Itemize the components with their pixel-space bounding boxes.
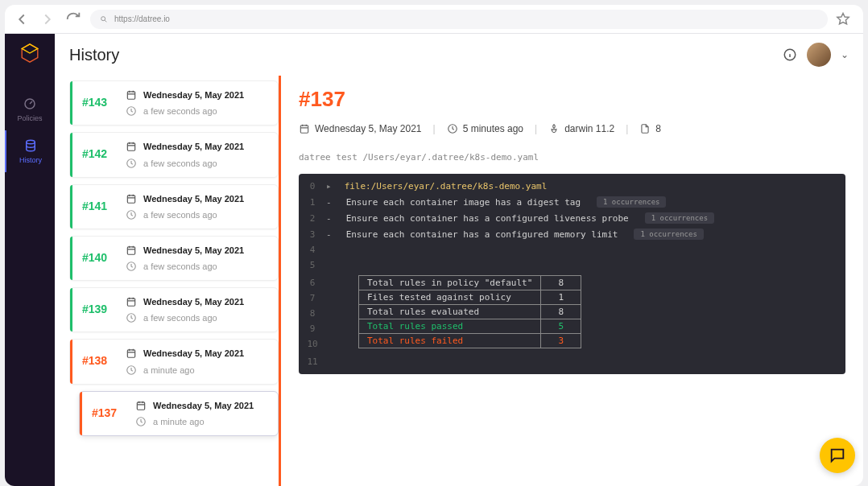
svg-rect-18 [300,126,308,133]
svg-rect-16 [137,402,144,410]
history-list: #143 Wednesday 5, May 2021 a few seconds… [55,76,279,486]
history-ago: a few seconds ago [143,106,217,116]
calendar-icon [126,89,137,101]
sidebar-item-label: Policies [17,114,42,122]
summary-value: 5 [541,319,581,334]
history-id: #138 [82,348,116,367]
history-date: Wednesday 5, May 2021 [143,141,244,152]
app-logo-icon [19,42,41,64]
history-id: #137 [92,400,126,419]
back-button[interactable] [13,10,31,28]
detail-meta: Wednesday 5, May 2021 | 5 minutes ago | … [299,123,845,134]
terminal-rule: Ensure each container has a configured m… [346,229,618,240]
history-card[interactable]: #143 Wednesday 5, May 2021 a few seconds… [69,80,279,126]
clock-icon [126,312,137,323]
calendar-icon [299,123,310,134]
terminal-rule: Ensure each container has a configured l… [346,213,629,224]
detail-date: Wednesday 5, May 2021 [315,123,422,134]
history-date: Wednesday 5, May 2021 [143,89,244,101]
forward-button [39,10,56,28]
svg-point-2 [27,140,35,144]
svg-rect-8 [127,196,134,203]
url-bar[interactable]: https://datree.io [90,10,828,29]
summary-label: Files tested against policy [359,290,541,305]
sidebar-item-history[interactable]: History [5,130,55,172]
calendar-icon [126,348,137,359]
history-id: #140 [82,245,116,264]
summary-value: 8 [541,276,581,290]
sidebar-item-policies[interactable]: Policies [5,89,55,130]
history-card[interactable]: #140 Wednesday 5, May 2021 a few seconds… [69,236,279,281]
content: #143 Wednesday 5, May 2021 a few seconds… [55,76,863,486]
history-ago: a minute ago [143,365,195,375]
summary-label: Total rules in policy "default" [359,276,541,290]
occurrence-badge: 1 occurrences [645,212,714,224]
summary-row: Total rules failed3 [359,334,581,348]
occurrence-badge: 1 occurrences [597,196,666,208]
summary-row: Total rules evaluated8 [359,305,581,319]
info-icon[interactable] [783,47,797,62]
database-icon [23,138,38,153]
history-ago: a few seconds ago [143,210,217,220]
detail-count: 8 [655,123,661,134]
history-card[interactable]: #137 Wednesday 5, May 2021 a minute ago [79,391,279,436]
summary-row: Files tested against policy1 [359,290,581,305]
calendar-icon [135,400,147,411]
history-date: Wednesday 5, May 2021 [143,296,244,307]
chevron-down-icon[interactable]: ⌄ [841,49,849,60]
terminal-output: 0▸file:/Users/eyar/.datree/k8s-demo.yaml… [299,174,845,374]
calendar-icon [126,193,137,204]
svg-rect-6 [127,143,134,150]
history-card[interactable]: #141 Wednesday 5, May 2021 a few seconds… [69,184,279,229]
search-icon [100,15,108,23]
sidebar-item-label: History [19,156,42,164]
history-ago: a few seconds ago [143,262,217,271]
topbar: History ⌄ [55,34,863,76]
bookmark-star-icon[interactable] [836,12,850,27]
history-id: #143 [82,89,116,109]
summary-value: 3 [541,334,581,348]
clock-icon [135,416,147,427]
history-card[interactable]: #138 Wednesday 5, May 2021 a minute ago [69,339,279,384]
app-shell: Policies History History ⌄ #143 [5,34,863,486]
occurrence-badge: 1 occurrences [634,229,703,240]
history-date: Wednesday 5, May 2021 [153,400,254,411]
caret-icon: ▸ [326,181,332,192]
detail-platform: darwin 11.2 [564,123,614,134]
clock-icon [126,105,137,117]
history-ago: a few seconds ago [143,159,217,168]
clock-icon [126,364,137,376]
avatar[interactable] [807,43,831,67]
history-ago: a few seconds ago [143,313,217,323]
chat-icon [829,447,846,464]
history-date: Wednesday 5, May 2021 [143,193,244,204]
sidebar: Policies History [5,34,55,486]
clock-icon [447,123,458,134]
reload-button[interactable] [64,10,82,28]
detail-id: #137 [299,87,845,112]
file-icon [639,123,651,134]
history-id: #142 [82,141,116,160]
summary-value: 8 [541,305,581,319]
svg-point-0 [101,16,105,20]
chat-fab[interactable] [820,438,855,473]
history-card[interactable]: #142 Wednesday 5, May 2021 a few seconds… [69,132,279,177]
clock-icon [126,209,137,220]
command-line: datree test /Users/eyar/.datree/k8s-demo… [299,152,845,163]
page-title: History [69,46,119,64]
svg-rect-10 [127,247,134,254]
summary-label: Total rules passed [359,319,541,334]
main: History ⌄ #143 Wednesday 5, May 2021 a f… [55,34,863,486]
history-id: #141 [82,193,116,212]
calendar-icon [126,245,137,256]
platform-icon [548,123,560,134]
summary-value: 1 [541,290,581,305]
svg-rect-12 [127,299,134,306]
summary-row: Total rules in policy "default"8 [359,276,581,290]
terminal-rule: Ensure each container image has a digest… [346,197,581,208]
svg-rect-4 [127,92,134,99]
gauge-icon [23,97,37,111]
history-date: Wednesday 5, May 2021 [143,245,244,256]
history-card[interactable]: #139 Wednesday 5, May 2021 a few seconds… [69,287,279,332]
terminal-file-line: file:/Users/eyar/.datree/k8s-demo.yaml [345,181,548,192]
